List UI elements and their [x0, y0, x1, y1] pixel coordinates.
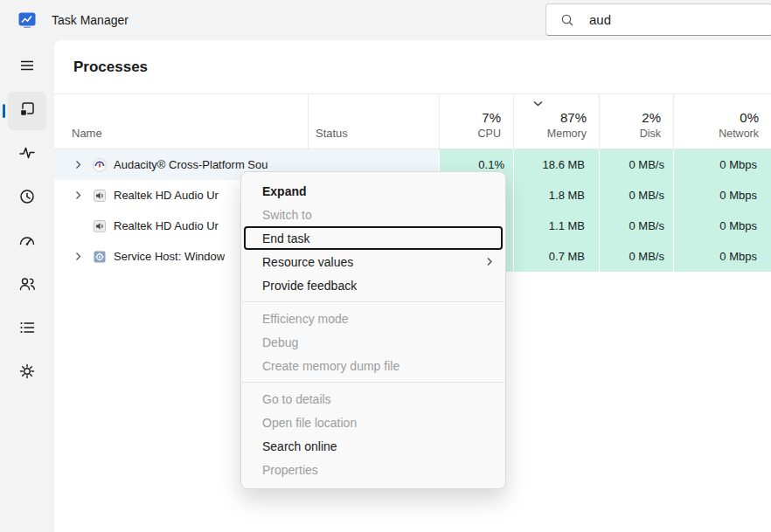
- column-header-memory[interactable]: 87% Memory: [513, 94, 599, 149]
- column-header-network[interactable]: 0% Network: [673, 94, 771, 149]
- sidebar-item-navigation-menu[interactable]: [8, 48, 46, 86]
- realtek-audio-icon: [93, 189, 107, 203]
- column-header-disk[interactable]: 2% Disk: [599, 94, 673, 149]
- chevron-right-icon[interactable]: [75, 190, 86, 200]
- search-input[interactable]: [587, 11, 771, 28]
- startup-apps-icon: [18, 231, 36, 252]
- sidebar-item-startup-apps[interactable]: [8, 223, 46, 261]
- menu-separator: [242, 382, 504, 383]
- column-header-name[interactable]: Name: [54, 94, 308, 149]
- sidebar-item-services[interactable]: [8, 354, 46, 392]
- users-icon: [18, 275, 36, 296]
- column-header-status[interactable]: Status: [308, 94, 439, 149]
- network-total-percent: 0%: [740, 110, 759, 125]
- memory-total-percent: 87%: [560, 110, 587, 125]
- sidebar: [0, 40, 54, 532]
- disk-total-percent: 2%: [642, 110, 661, 125]
- process-name: Service Host: Window: [114, 250, 225, 263]
- sidebar-item-details[interactable]: [8, 310, 46, 349]
- menu-item-search-online[interactable]: Search online: [241, 434, 505, 458]
- context-menu: Expand Switch to End task Resource value…: [240, 171, 506, 489]
- chevron-right-icon[interactable]: [75, 160, 86, 169]
- cpu-total-percent: 7%: [482, 110, 501, 125]
- process-name: Realtek HD Audio Ur: [114, 189, 219, 202]
- performance-icon: [18, 144, 36, 165]
- menu-item-efficiency-mode: Efficiency mode: [241, 307, 505, 330]
- memory-cell: 18.6 MB: [513, 149, 599, 180]
- disk-cell: 0 MB/s: [599, 180, 673, 211]
- memory-cell: 1.8 MB: [513, 180, 599, 211]
- search-box[interactable]: [545, 3, 771, 36]
- network-cell: 0 Mbps: [673, 211, 771, 241]
- sidebar-item-app-history[interactable]: [8, 179, 46, 218]
- window-title: Task Manager: [52, 13, 128, 27]
- disk-cell: 0 MB/s: [599, 211, 673, 241]
- network-cell: 0 Mbps: [673, 149, 771, 180]
- process-name: Audacity® Cross-Platform Sou: [114, 158, 267, 171]
- menu-item-debug: Debug: [241, 330, 505, 354]
- menu-item-resource-values[interactable]: Resource values: [241, 250, 505, 273]
- sort-descending-icon: [533, 100, 543, 107]
- submenu-chevron-right-icon: [487, 257, 493, 266]
- hamburger-menu-icon: [19, 58, 35, 77]
- menu-item-switch-to: Switch to: [241, 203, 505, 226]
- disk-cell: 0 MB/s: [599, 241, 673, 272]
- menu-item-expand[interactable]: Expand: [241, 179, 505, 203]
- process-name: Realtek HD Audio Ur: [114, 219, 219, 232]
- app-history-icon: [18, 188, 36, 209]
- sidebar-item-users[interactable]: [8, 266, 46, 305]
- menu-item-create-memory-dump-file: Create memory dump file: [241, 354, 505, 377]
- page-header: Processes: [54, 40, 771, 94]
- sidebar-item-processes[interactable]: [8, 92, 46, 130]
- chevron-right-icon[interactable]: [75, 252, 86, 261]
- menu-separator: [242, 301, 504, 302]
- network-cell: 0 Mbps: [673, 180, 771, 211]
- task-manager-app-icon: [17, 10, 37, 30]
- memory-cell: 0.7 MB: [513, 241, 599, 272]
- menu-item-go-to-details: Go to details: [241, 387, 505, 411]
- process-table-header: Name Status 7% CPU 87% Memory 2% Disk 0%…: [54, 94, 771, 149]
- memory-cell: 1.1 MB: [513, 211, 599, 241]
- audacity-icon: [93, 158, 107, 172]
- network-cell: 0 Mbps: [673, 241, 771, 272]
- menu-item-open-file-location: Open file location: [241, 411, 505, 434]
- realtek-audio-icon: [93, 219, 107, 233]
- search-icon: [560, 13, 574, 27]
- disk-cell: 0 MB/s: [599, 149, 673, 180]
- menu-item-end-task[interactable]: End task: [244, 226, 503, 250]
- details-icon: [18, 319, 36, 340]
- menu-item-provide-feedback[interactable]: Provide feedback: [241, 273, 505, 297]
- titlebar: Task Manager: [0, 0, 771, 40]
- processes-icon: [18, 100, 36, 121]
- sidebar-item-performance[interactable]: [8, 135, 46, 174]
- column-header-cpu[interactable]: 7% CPU: [439, 94, 513, 149]
- services-icon: [18, 363, 36, 383]
- menu-item-properties: Properties: [241, 458, 505, 481]
- service-host-icon: [93, 250, 107, 264]
- page-title: Processes: [73, 59, 148, 76]
